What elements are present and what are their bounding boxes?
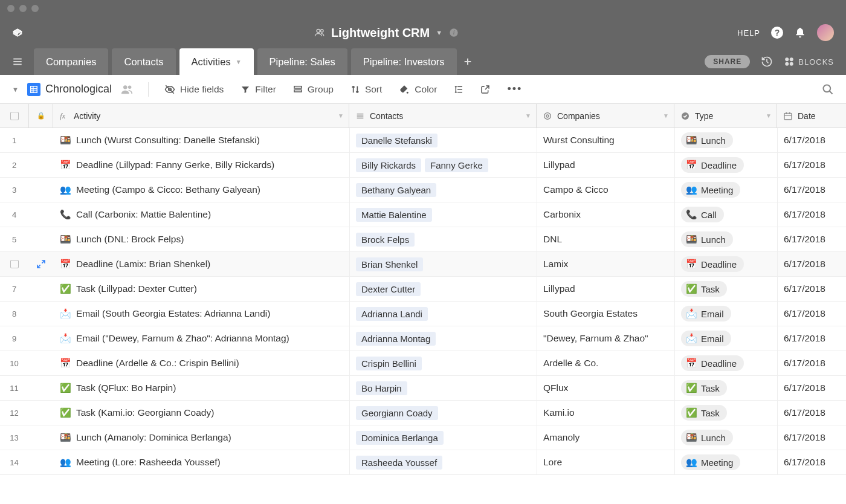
- contact-chip[interactable]: Crispin Bellini: [356, 357, 422, 370]
- help-label[interactable]: HELP: [737, 28, 760, 37]
- base-title[interactable]: Lightweight CRM: [331, 26, 430, 40]
- cell-company[interactable]: Lillypad: [537, 277, 674, 301]
- contact-chip[interactable]: Bo Harpin: [356, 381, 407, 395]
- cell-type[interactable]: 📩Email: [674, 302, 777, 326]
- cell-type[interactable]: ✅Task: [674, 277, 777, 301]
- row-number[interactable]: 5: [0, 227, 29, 251]
- chevron-down-icon[interactable]: ▼: [436, 29, 442, 36]
- cell-date[interactable]: 6/17/2018: [777, 326, 838, 351]
- cell-activity[interactable]: 📅Deadline (Ardelle & Co.: Crispin Bellin…: [53, 351, 349, 375]
- column-header-type[interactable]: Type ▼: [674, 104, 777, 128]
- cell-date[interactable]: 6/17/2018: [777, 227, 838, 251]
- expand-row-button[interactable]: [29, 252, 53, 276]
- row-number[interactable]: 12: [0, 401, 29, 425]
- contact-chip[interactable]: Danelle Stefanski: [356, 134, 438, 147]
- cell-contacts[interactable]: Danelle Stefanski: [349, 128, 537, 152]
- expand-row-button[interactable]: [29, 277, 53, 301]
- bell-icon[interactable]: [794, 27, 806, 39]
- color-button[interactable]: Color: [398, 82, 438, 97]
- cell-activity[interactable]: 🍱Lunch (Amanoly: Dominica Berlanga): [53, 425, 349, 450]
- cell-activity[interactable]: ✅Task (Kami.io: Georgiann Coady): [53, 401, 349, 425]
- contact-chip[interactable]: Fanny Gerke: [425, 158, 488, 172]
- cell-company[interactable]: Kami.io: [537, 401, 674, 425]
- cell-activity[interactable]: 👥Meeting (Lore: Rasheeda Youssef): [53, 450, 349, 474]
- cell-date[interactable]: 6/17/2018: [777, 277, 838, 301]
- expand-row-button[interactable]: [29, 425, 53, 450]
- collaborators-icon[interactable]: [120, 83, 134, 96]
- blocks-button[interactable]: BLOCKS: [784, 56, 834, 67]
- expand-row-button[interactable]: [29, 302, 53, 326]
- add-table-button[interactable]: [457, 48, 479, 75]
- cell-contacts[interactable]: Brian Shenkel: [349, 252, 537, 276]
- expand-row-button[interactable]: [29, 351, 53, 375]
- cell-type[interactable]: 🍱Lunch: [674, 128, 777, 152]
- table-row[interactable]: 14👥Meeting (Lore: Rasheeda Youssef)Rashe…: [0, 450, 846, 475]
- group-button[interactable]: Group: [292, 82, 335, 97]
- contact-chip[interactable]: Georgiann Coady: [356, 406, 438, 420]
- hide-fields-button[interactable]: Hide fields: [163, 82, 225, 97]
- cell-activity[interactable]: 📅Deadline (Lamix: Brian Shenkel): [53, 252, 349, 276]
- cell-contacts[interactable]: Bo Harpin: [349, 376, 537, 400]
- help-icon[interactable]: ?: [771, 27, 783, 39]
- cell-activity[interactable]: 🍱Lunch (Wurst Consulting: Danelle Stefan…: [53, 128, 349, 152]
- cell-activity[interactable]: 📩Email (South Georgia Estates: Adrianna …: [53, 302, 349, 326]
- row-number[interactable]: 10: [0, 351, 29, 375]
- row-number[interactable]: 13: [0, 425, 29, 450]
- cell-date[interactable]: 6/17/2018: [777, 351, 838, 375]
- traffic-light-zoom[interactable]: [31, 5, 39, 12]
- expand-row-button[interactable]: [29, 128, 53, 152]
- contact-chip[interactable]: Adrianna Montag: [356, 332, 436, 346]
- row-number[interactable]: 14: [0, 450, 29, 474]
- row-number[interactable]: [0, 252, 29, 276]
- cell-company[interactable]: Amanoly: [537, 425, 674, 450]
- column-header-contacts[interactable]: Contacts ▼: [349, 104, 537, 128]
- info-icon[interactable]: i: [448, 27, 459, 38]
- cell-date[interactable]: 6/17/2018: [777, 178, 838, 202]
- traffic-light-close[interactable]: [7, 5, 15, 12]
- table-row[interactable]: 1🍱Lunch (Wurst Consulting: Danelle Stefa…: [0, 128, 846, 153]
- cell-activity[interactable]: 🍱Lunch (DNL: Brock Felps): [53, 227, 349, 251]
- share-button[interactable]: SHARE: [705, 55, 750, 68]
- select-all-checkbox[interactable]: [0, 104, 29, 128]
- cell-contacts[interactable]: Georgiann Coady: [349, 401, 537, 425]
- cell-type[interactable]: 📅Deadline: [674, 153, 777, 177]
- history-icon[interactable]: [761, 56, 773, 68]
- cell-company[interactable]: QFlux: [537, 376, 674, 400]
- table-row[interactable]: 10📅Deadline (Ardelle & Co.: Crispin Bell…: [0, 351, 846, 376]
- cell-contacts[interactable]: Adrianna Montag: [349, 326, 537, 351]
- view-switcher[interactable]: Chronological: [27, 83, 112, 96]
- row-number[interactable]: 2: [0, 153, 29, 177]
- table-row[interactable]: 9📩Email ("Dewey, Farnum & Zhao": Adriann…: [0, 326, 846, 351]
- contact-chip[interactable]: Billy Rickards: [356, 158, 421, 172]
- app-logo-icon[interactable]: [12, 27, 23, 38]
- contact-chip[interactable]: Brock Felps: [356, 233, 415, 247]
- more-button[interactable]: •••: [506, 80, 523, 98]
- table-row[interactable]: 2📅Deadline (Lillypad: Fanny Gerke, Billy…: [0, 153, 846, 178]
- traffic-light-minimize[interactable]: [19, 5, 27, 12]
- cell-company[interactable]: Wurst Consulting: [537, 128, 674, 152]
- cell-company[interactable]: Campo & Cicco: [537, 178, 674, 202]
- cell-contacts[interactable]: Bethany Galyean: [349, 178, 537, 202]
- expand-row-button[interactable]: [29, 202, 53, 227]
- cell-date[interactable]: 6/17/2018: [777, 202, 838, 227]
- contact-chip[interactable]: Dexter Cutter: [356, 282, 421, 296]
- cell-company[interactable]: "Dewey, Farnum & Zhao": [537, 326, 674, 351]
- cell-company[interactable]: South Georgia Estates: [537, 302, 674, 326]
- cell-contacts[interactable]: Crispin Bellini: [349, 351, 537, 375]
- cell-contacts[interactable]: Dominica Berlanga: [349, 425, 537, 450]
- cell-company[interactable]: DNL: [537, 227, 674, 251]
- cell-type[interactable]: 📞Call: [674, 202, 777, 227]
- chevron-down-icon[interactable]: ▼: [663, 112, 669, 119]
- cell-date[interactable]: 6/17/2018: [777, 401, 838, 425]
- cell-activity[interactable]: 👥Meeting (Campo & Cicco: Bethany Galyean…: [53, 178, 349, 202]
- cell-contacts[interactable]: Dexter Cutter: [349, 277, 537, 301]
- cell-type[interactable]: 📅Deadline: [674, 351, 777, 375]
- row-height-button[interactable]: [453, 82, 465, 97]
- expand-row-button[interactable]: [29, 153, 53, 177]
- table-row[interactable]: 5🍱Lunch (DNL: Brock Felps)Brock FelpsDNL…: [0, 227, 846, 252]
- chevron-down-icon[interactable]: ▼: [338, 112, 344, 119]
- expand-row-button[interactable]: [29, 178, 53, 202]
- cell-type[interactable]: 🍱Lunch: [674, 425, 777, 450]
- grid-body[interactable]: 1🍱Lunch (Wurst Consulting: Danelle Stefa…: [0, 128, 846, 475]
- cell-activity[interactable]: ✅Task (Lillypad: Dexter Cutter): [53, 277, 349, 301]
